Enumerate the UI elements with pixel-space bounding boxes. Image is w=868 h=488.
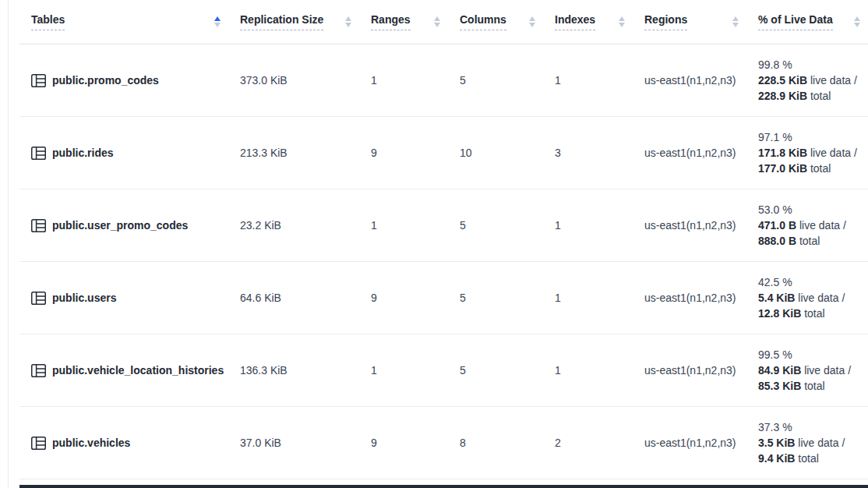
column-header-label[interactable]: Tables xyxy=(31,13,65,30)
columns-cell: 10 xyxy=(448,117,543,189)
table-name-cell[interactable]: public.user_promo_codes xyxy=(19,189,228,261)
table-name-link[interactable]: public.vehicle_location_histories xyxy=(52,364,224,377)
total-data-amount: 12.8 KiB total xyxy=(758,306,825,321)
regions-cell: us-east1(n1,n2,n3) xyxy=(633,117,746,189)
column-header-tables[interactable]: Tables xyxy=(19,0,228,44)
ranges-cell: 9 xyxy=(359,117,448,189)
table-grid-icon xyxy=(31,437,46,450)
table-row[interactable]: public.vehicle_location_histories 136.3 … xyxy=(19,334,868,407)
sort-arrows-icon[interactable] xyxy=(434,16,440,27)
sort-arrows-icon[interactable] xyxy=(529,16,535,27)
columns-cell: 8 xyxy=(448,407,543,479)
table-name-cell[interactable]: public.promo_codes xyxy=(19,44,228,116)
ranges-cell: 9 xyxy=(359,407,448,479)
table-body: public.promo_codes 373.0 KiB 1 5 1 us-ea… xyxy=(19,44,868,479)
live-data-percent: 37.3 % xyxy=(758,419,792,435)
replication-size-cell: 23.2 KiB xyxy=(228,189,359,261)
live-data-amount: 471.0 B live data / xyxy=(758,217,846,233)
live-data-percent: 99.5 % xyxy=(758,347,792,362)
replication-size-cell: 136.3 KiB xyxy=(228,334,359,406)
table-name-cell[interactable]: public.rides xyxy=(19,117,228,189)
columns-cell: 5 xyxy=(448,44,543,116)
total-data-amount: 85.3 KiB total xyxy=(758,378,825,394)
regions-cell: us-east1(n1,n2,n3) xyxy=(633,44,746,116)
table-name-link[interactable]: public.users xyxy=(52,292,116,304)
column-header-ranges[interactable]: Ranges xyxy=(359,0,448,44)
live-data-amount: 228.5 KiB live data / xyxy=(758,72,857,88)
replication-size-cell: 213.3 KiB xyxy=(228,117,359,189)
column-header-label[interactable]: Indexes xyxy=(555,13,595,30)
columns-cell: 5 xyxy=(448,189,543,261)
page-left-divider xyxy=(8,0,9,488)
table-name-cell[interactable]: public.vehicle_location_histories xyxy=(19,334,228,406)
sort-arrows-icon[interactable] xyxy=(732,16,739,27)
column-header-label[interactable]: Replication Size xyxy=(240,13,323,30)
table-name-cell[interactable]: public.users xyxy=(19,262,228,334)
replication-size-cell: 64.6 KiB xyxy=(228,262,359,334)
table-grid-icon xyxy=(31,219,46,232)
live-data-amount: 84.9 KiB live data / xyxy=(758,362,851,378)
live-data-cell: 42.5 % 5.4 KiB live data / 12.8 KiB tota… xyxy=(746,262,868,334)
table-header-row: Tables Replication Size Ranges Columns I… xyxy=(19,0,868,44)
table-name-link[interactable]: public.user_promo_codes xyxy=(52,219,188,232)
bottom-clipped-element xyxy=(19,485,868,488)
ranges-cell: 1 xyxy=(359,334,448,406)
column-header-label[interactable]: Ranges xyxy=(371,13,411,30)
table-row[interactable]: public.vehicles 37.0 KiB 9 8 2 us-east1(… xyxy=(19,407,868,479)
live-data-cell: 97.1 % 171.8 KiB live data / 177.0 KiB t… xyxy=(746,117,868,189)
live-data-percent: 97.1 % xyxy=(758,129,792,145)
live-data-cell: 99.8 % 228.5 KiB live data / 228.9 KiB t… xyxy=(746,44,868,116)
live-data-amount: 5.4 KiB live data / xyxy=(758,290,845,306)
indexes-cell: 1 xyxy=(543,334,633,406)
column-header-regions[interactable]: Regions xyxy=(633,0,746,44)
sort-arrows-icon[interactable] xyxy=(854,16,860,27)
ranges-cell: 1 xyxy=(359,44,448,116)
replication-size-cell: 37.0 KiB xyxy=(228,407,359,479)
indexes-cell: 1 xyxy=(543,189,633,261)
total-data-amount: 888.0 B total xyxy=(758,233,820,249)
column-header-label[interactable]: % of Live Data xyxy=(758,13,833,30)
live-data-cell: 99.5 % 84.9 KiB live data / 85.3 KiB tot… xyxy=(746,334,868,406)
table-grid-icon xyxy=(31,74,46,87)
table-row[interactable]: public.users 64.6 KiB 9 5 1 us-east1(n1,… xyxy=(19,262,868,334)
sort-arrows-icon[interactable] xyxy=(619,16,625,27)
live-data-amount: 171.8 KiB live data / xyxy=(758,145,857,161)
table-name-cell[interactable]: public.vehicles xyxy=(19,407,228,479)
columns-cell: 5 xyxy=(448,262,543,334)
total-data-amount: 9.4 KiB total xyxy=(758,451,819,466)
database-tables-table: Tables Replication Size Ranges Columns I… xyxy=(19,0,868,479)
columns-cell: 5 xyxy=(448,334,543,406)
regions-cell: us-east1(n1,n2,n3) xyxy=(633,334,746,406)
regions-cell: us-east1(n1,n2,n3) xyxy=(633,407,746,479)
table-row[interactable]: public.rides 213.3 KiB 9 10 3 us-east1(n… xyxy=(19,117,868,189)
column-header-replication-size[interactable]: Replication Size xyxy=(228,0,359,44)
table-grid-icon xyxy=(31,147,46,160)
table-name-link[interactable]: public.vehicles xyxy=(52,437,130,449)
ranges-cell: 9 xyxy=(359,262,448,334)
indexes-cell: 1 xyxy=(543,44,633,116)
live-data-percent: 53.0 % xyxy=(758,202,792,217)
live-data-amount: 3.5 KiB live data / xyxy=(758,435,845,451)
sort-arrows-icon[interactable] xyxy=(214,16,221,27)
ranges-cell: 1 xyxy=(359,189,448,261)
live-data-percent: 99.8 % xyxy=(758,57,792,72)
column-header-label[interactable]: Columns xyxy=(460,13,506,30)
regions-cell: us-east1(n1,n2,n3) xyxy=(633,262,746,334)
column-header-indexes[interactable]: Indexes xyxy=(543,0,633,44)
sort-arrows-icon[interactable] xyxy=(345,16,351,27)
indexes-cell: 2 xyxy=(543,407,633,479)
table-grid-icon xyxy=(31,364,46,377)
indexes-cell: 3 xyxy=(543,117,633,189)
table-name-link[interactable]: public.promo_codes xyxy=(52,74,159,87)
table-name-link[interactable]: public.rides xyxy=(52,147,114,159)
table-row[interactable]: public.user_promo_codes 23.2 KiB 1 5 1 u… xyxy=(19,189,868,262)
column-header-live-data[interactable]: % of Live Data xyxy=(746,0,868,44)
total-data-amount: 177.0 KiB total xyxy=(758,161,831,176)
column-header-columns[interactable]: Columns xyxy=(448,0,543,44)
table-row[interactable]: public.promo_codes 373.0 KiB 1 5 1 us-ea… xyxy=(19,44,868,117)
total-data-amount: 228.9 KiB total xyxy=(758,88,831,104)
live-data-cell: 37.3 % 3.5 KiB live data / 9.4 KiB total xyxy=(746,407,868,479)
column-header-label[interactable]: Regions xyxy=(644,13,687,30)
live-data-cell: 53.0 % 471.0 B live data / 888.0 B total xyxy=(746,189,868,261)
regions-cell: us-east1(n1,n2,n3) xyxy=(633,189,746,261)
